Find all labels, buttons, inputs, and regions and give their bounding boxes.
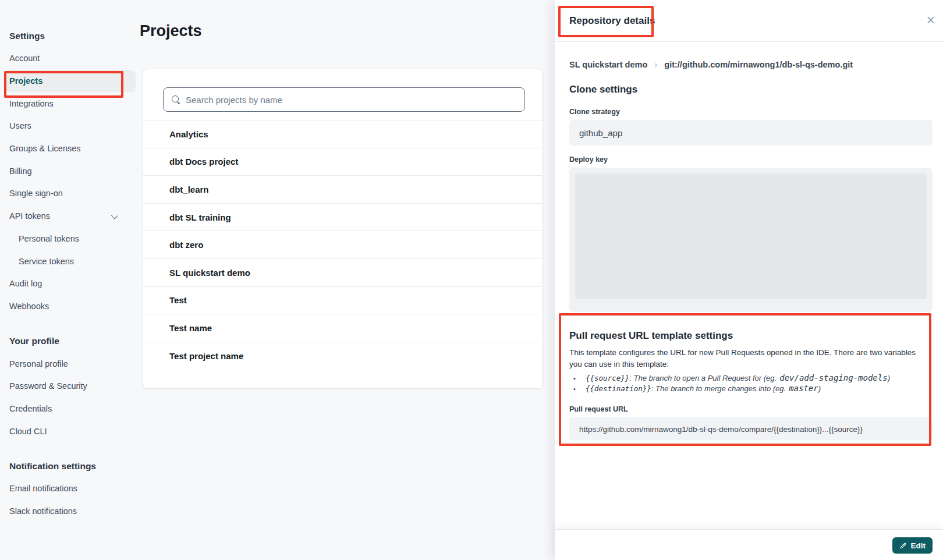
project-row[interactable]: dbt SL training bbox=[143, 203, 542, 231]
bullet-icon: • bbox=[573, 374, 579, 384]
breadcrumb-separator-icon: › bbox=[654, 59, 657, 69]
panel-footer: Edit bbox=[555, 529, 943, 560]
sidebar-item-slack-notifications[interactable]: Slack notifications bbox=[0, 500, 136, 523]
sidebar-item-credentials[interactable]: Credentials bbox=[0, 398, 136, 420]
project-list: Analytics dbt Docs project dbt_learn dbt… bbox=[143, 120, 542, 369]
sidebar-item-users[interactable]: Users bbox=[0, 115, 136, 137]
pr-variable-destination: • {{destination}}: The branch to merge c… bbox=[569, 384, 933, 394]
project-row[interactable]: Analytics bbox=[143, 120, 542, 148]
deploy-key-box bbox=[569, 168, 933, 312]
project-row[interactable]: Test bbox=[143, 286, 542, 314]
close-icon[interactable]: × bbox=[924, 10, 937, 30]
clone-strategy-value: github_app bbox=[569, 120, 933, 146]
project-row[interactable]: SL quickstart demo bbox=[143, 258, 542, 286]
deploy-key-label: Deploy key bbox=[569, 155, 933, 164]
project-row[interactable]: dbt_learn bbox=[143, 175, 542, 203]
sidebar-item-cloud-cli[interactable]: Cloud CLI bbox=[0, 420, 136, 442]
sidebar-heading-notification-settings: Notification settings bbox=[0, 455, 143, 477]
sidebar-item-audit-log[interactable]: Audit log bbox=[0, 272, 136, 295]
sidebar-item-webhooks[interactable]: Webhooks bbox=[0, 295, 136, 318]
sidebar-item-password-security[interactable]: Password & Security bbox=[0, 375, 136, 398]
panel-header: Repository details bbox=[555, 0, 943, 42]
sidebar-heading-settings: Settings bbox=[0, 25, 143, 47]
breadcrumb-repo-url: git://github.com/mirnawong1/db-sl-qs-dem… bbox=[664, 60, 853, 69]
project-row[interactable]: Test project name bbox=[143, 342, 542, 370]
pull-request-url-value: https://github.com/mirnawong1/db-sl-qs-d… bbox=[569, 417, 933, 441]
sidebar-item-projects[interactable]: Projects bbox=[5, 70, 136, 93]
sidebar-item-email-notifications[interactable]: Email notifications bbox=[0, 477, 136, 500]
panel-title: Repository details bbox=[569, 15, 655, 27]
clone-settings-heading: Clone settings bbox=[569, 84, 933, 95]
bullet-icon: • bbox=[573, 384, 579, 394]
sidebar-item-account[interactable]: Account bbox=[0, 47, 136, 70]
project-row[interactable]: Test name bbox=[143, 314, 542, 342]
destination-example: master bbox=[789, 384, 818, 393]
settings-sidebar: Settings Account Projects Integrations U… bbox=[0, 0, 143, 522]
sidebar-item-personal-tokens[interactable]: Personal tokens bbox=[0, 228, 136, 250]
project-row[interactable]: dbt Docs project bbox=[143, 148, 542, 176]
clone-strategy-label: Clone strategy bbox=[569, 108, 933, 116]
pr-template-description: This template configures the URL for new… bbox=[569, 347, 919, 370]
deploy-key-redacted-value bbox=[575, 173, 927, 299]
pr-variable-list: • {{source}}: The branch to open a Pull … bbox=[569, 373, 933, 394]
sidebar-item-integrations[interactable]: Integrations bbox=[0, 92, 136, 115]
pr-template-heading: Pull request URL template settings bbox=[569, 330, 933, 342]
search-icon bbox=[171, 95, 180, 104]
sidebar-item-personal-profile[interactable]: Personal profile bbox=[0, 352, 136, 375]
repository-details-panel: Repository details × SL quickstart demo … bbox=[555, 0, 943, 560]
projects-card: Analytics dbt Docs project dbt_learn dbt… bbox=[143, 69, 543, 389]
destination-variable: {{destination}} bbox=[586, 384, 651, 393]
project-row[interactable]: dbt zero bbox=[143, 231, 542, 258]
panel-body: SL quickstart demo › git://github.com/mi… bbox=[555, 59, 943, 441]
pr-variable-source: • {{source}}: The branch to open a Pull … bbox=[569, 373, 933, 384]
sidebar-item-api-tokens[interactable]: API tokens bbox=[0, 205, 136, 228]
sidebar-item-single-sign-on[interactable]: Single sign-on bbox=[0, 182, 136, 205]
breadcrumb: SL quickstart demo › git://github.com/mi… bbox=[569, 59, 933, 69]
source-example: dev/add-staging-models bbox=[779, 373, 887, 382]
sidebar-item-groups-licenses[interactable]: Groups & Licenses bbox=[0, 137, 136, 160]
project-search bbox=[163, 87, 525, 112]
pull-request-url-label: Pull request URL bbox=[569, 405, 933, 413]
source-variable: {{source}} bbox=[586, 374, 629, 382]
search-input[interactable] bbox=[186, 95, 524, 105]
sidebar-heading-your-profile: Your profile bbox=[0, 330, 143, 352]
sidebar-item-billing[interactable]: Billing bbox=[0, 160, 136, 182]
page-title: Projects bbox=[140, 22, 202, 40]
pencil-icon bbox=[899, 542, 907, 550]
breadcrumb-project: SL quickstart demo bbox=[569, 60, 647, 69]
sidebar-item-service-tokens[interactable]: Service tokens bbox=[0, 250, 136, 272]
edit-button[interactable]: Edit bbox=[892, 537, 933, 554]
chevron-down-icon bbox=[111, 212, 118, 219]
